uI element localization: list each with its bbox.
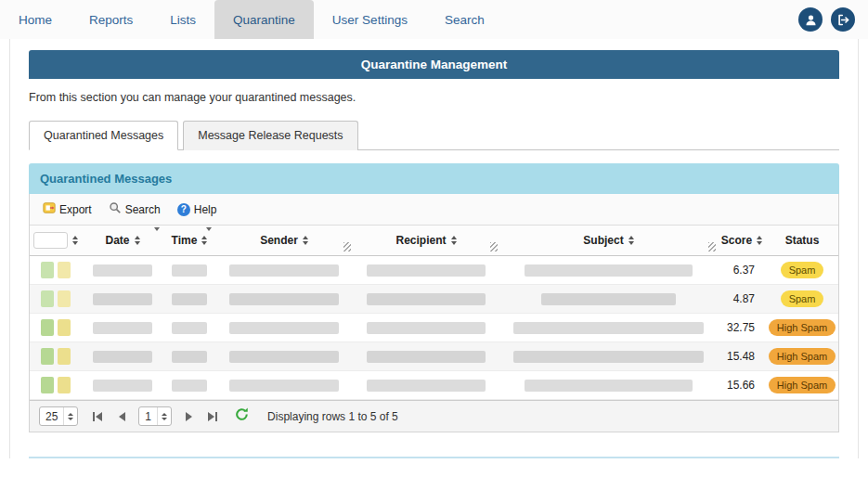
table-row[interactable]: 15.66 High Spam [30,371,838,400]
export-button[interactable]: Export [37,199,97,220]
time-cell [163,264,215,277]
sort-icons [628,236,634,245]
column-header-select[interactable] [30,226,82,255]
export-label: Export [59,203,92,216]
help-button[interactable]: ? Help [172,200,223,219]
filter-icon [206,227,212,231]
refresh-button[interactable] [234,406,250,426]
column-resize-handle[interactable] [708,242,716,251]
redacted-date [93,351,152,363]
redacted-date [93,380,152,392]
next-page-icon [186,412,192,421]
redacted-recipient [367,264,486,277]
table-toolbar: Export Search ? Help [30,194,838,226]
table-row[interactable]: 4.87 Spam [30,285,838,314]
time-cell [163,293,215,305]
redacted-time [172,351,207,363]
column-label: Date [105,234,129,247]
table-row[interactable]: 6.37 Spam [30,256,838,285]
nav-item-search[interactable]: Search [426,0,503,39]
status-cell: Spam [766,290,838,307]
spinner-icons[interactable] [63,407,77,425]
user-account-button[interactable] [798,7,823,32]
column-header-subject[interactable]: Subject [499,226,718,255]
nav-item-reports[interactable]: Reports [71,0,151,39]
redacted-sender [229,322,339,334]
release-indicator [41,348,54,365]
nav-label: Lists [170,13,196,27]
time-cell [163,322,215,334]
column-header-sender[interactable]: Sender [215,226,353,255]
nav-label: User Settings [332,13,408,27]
redacted-subject [513,322,703,334]
delete-indicator [58,262,71,278]
delete-indicator [58,319,71,336]
column-resize-handle[interactable] [343,242,351,251]
column-header-score[interactable]: Score [718,226,766,255]
table-body: 6.37 Spam 4.87 Spam [30,256,838,400]
score-cell: 15.66 [718,379,766,392]
search-button[interactable]: Search [103,199,166,220]
logout-button[interactable] [831,7,855,32]
filter-icon [154,227,160,231]
column-header-date[interactable]: Date [82,226,163,255]
tab-quarantined-messages[interactable]: Quarantined Messages [29,121,178,150]
prev-page-button[interactable] [114,408,129,425]
main-content: Quarantine Management From this section … [9,39,859,458]
status-cell: Spam [766,262,838,278]
column-label: Score [721,234,752,247]
first-page-button[interactable] [90,408,105,425]
date-cell [82,293,163,305]
delete-indicator [58,348,71,365]
export-icon [43,201,56,217]
table-row[interactable]: 15.48 High Spam [30,342,838,371]
subject-cell [499,264,718,277]
nav-label: Reports [89,13,133,27]
page-nav-buttons: 1 [90,406,220,426]
select-all-box[interactable] [33,232,68,249]
column-resize-handle[interactable] [490,242,498,251]
next-page-button[interactable] [181,408,196,425]
score-cell: 15.48 [718,350,766,363]
top-nav-actions [798,0,868,39]
redacted-sender [229,380,339,392]
widget-bottom-border [29,457,839,458]
score-cell: 4.87 [718,292,766,305]
intro-text: From this section you can manage your qu… [29,91,839,104]
quarantine-tabs: Quarantined Messages Message Release Req… [29,120,839,150]
nav-item-home[interactable]: Home [0,0,71,39]
status-badge: High Spam [769,377,836,393]
subject-cell [499,293,718,305]
nav-item-user-settings[interactable]: User Settings [314,0,426,39]
search-icon [109,201,122,217]
delete-indicator [58,377,71,393]
spinner-icons[interactable] [157,407,171,425]
column-header-status[interactable]: Status [766,226,838,255]
nav-item-quarantine[interactable]: Quarantine [214,0,314,39]
score-cell: 32.75 [718,321,766,334]
sender-cell [215,293,353,305]
sender-cell [215,322,353,334]
tab-message-release-requests[interactable]: Message Release Requests [183,121,357,150]
widget-body: Export Search ? Help [29,194,839,432]
redacted-time [172,322,207,334]
pagination-status: Displaying rows 1 to 5 of 5 [267,410,398,423]
redacted-date [93,264,152,277]
tab-label: Quarantined Messages [44,129,163,142]
page-number-input[interactable]: 1 [138,406,172,426]
column-header-recipient[interactable]: Recipient [353,226,499,255]
quarantined-messages-widget: Quarantined Messages Export Search [29,163,839,458]
row-indicators [30,348,82,365]
page-size-select[interactable]: 25 [39,406,78,426]
date-cell [82,380,163,392]
table-row[interactable]: 32.75 High Spam [30,314,838,342]
help-label: Help [194,203,217,216]
last-page-button[interactable] [205,408,220,425]
nav-item-lists[interactable]: Lists [151,0,214,39]
redacted-time [172,293,207,305]
column-header-time[interactable]: Time [163,226,215,255]
row-indicators [30,319,82,336]
sort-icons [451,236,457,245]
status-cell: High Spam [766,377,838,393]
row-indicators [30,290,82,307]
